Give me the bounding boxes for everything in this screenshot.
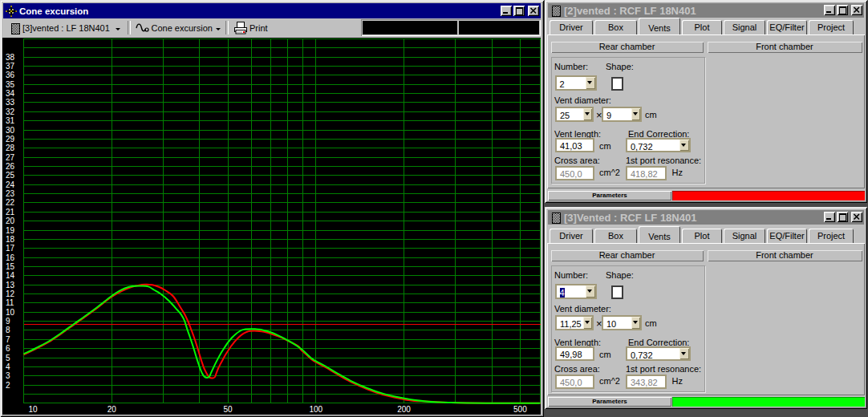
svg-text:30: 30 xyxy=(6,126,15,135)
svg-text:4: 4 xyxy=(6,362,10,371)
svg-text:36: 36 xyxy=(6,71,15,79)
svg-text:14: 14 xyxy=(6,271,15,280)
svg-text:15: 15 xyxy=(6,262,15,271)
svg-text:19: 19 xyxy=(6,226,15,235)
svg-text:16: 16 xyxy=(6,253,15,262)
svg-text:29: 29 xyxy=(6,135,15,144)
svg-text:10: 10 xyxy=(28,405,38,414)
svg-text:22: 22 xyxy=(6,198,15,207)
svg-text:100: 100 xyxy=(309,405,322,414)
svg-text:200: 200 xyxy=(397,405,411,414)
svg-text:26: 26 xyxy=(6,162,15,171)
svg-text:21: 21 xyxy=(6,208,15,217)
svg-text:33: 33 xyxy=(6,98,15,107)
svg-text:34: 34 xyxy=(6,89,15,98)
svg-text:20: 20 xyxy=(107,405,117,414)
svg-text:28: 28 xyxy=(6,144,15,152)
svg-text:17: 17 xyxy=(6,244,15,253)
svg-text:13: 13 xyxy=(6,281,15,289)
svg-text:7: 7 xyxy=(6,335,10,344)
svg-text:6: 6 xyxy=(6,344,10,353)
svg-text:2: 2 xyxy=(6,381,10,390)
svg-text:12: 12 xyxy=(6,289,15,298)
svg-text:8: 8 xyxy=(6,326,10,334)
svg-text:38: 38 xyxy=(6,53,15,62)
svg-text:35: 35 xyxy=(6,80,15,89)
svg-text:20: 20 xyxy=(6,217,15,225)
svg-text:32: 32 xyxy=(6,107,15,116)
svg-text:25: 25 xyxy=(6,171,15,180)
svg-text:500: 500 xyxy=(513,405,527,414)
svg-text:24: 24 xyxy=(6,180,15,189)
svg-text:23: 23 xyxy=(6,189,15,198)
svg-text:27: 27 xyxy=(6,153,15,162)
svg-text:9: 9 xyxy=(6,317,10,326)
svg-text:37: 37 xyxy=(6,62,15,71)
svg-text:5: 5 xyxy=(6,354,10,362)
svg-text:18: 18 xyxy=(6,235,15,244)
svg-text:50: 50 xyxy=(224,405,233,414)
svg-text:31: 31 xyxy=(6,116,15,125)
svg-text:3: 3 xyxy=(6,371,10,380)
svg-text:10: 10 xyxy=(6,308,15,317)
svg-text:11: 11 xyxy=(6,298,14,307)
